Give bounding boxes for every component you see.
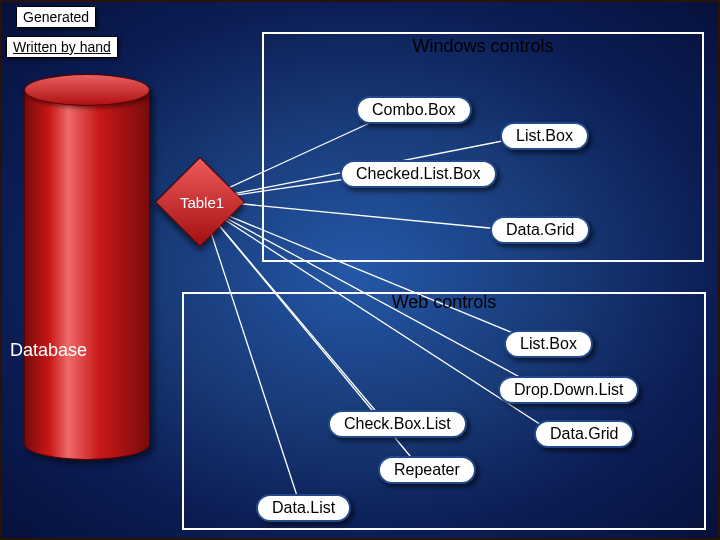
written-by-hand-label: Written by hand <box>6 36 118 58</box>
combobox-pill: Combo.Box <box>356 96 472 124</box>
table1-label: Table1 <box>176 194 228 211</box>
database-label: Database <box>10 340 87 361</box>
datagrid-win-pill: Data.Grid <box>490 216 590 244</box>
checkboxlist-pill: Check.Box.List <box>328 410 467 438</box>
listbox-pill: List.Box <box>500 122 589 150</box>
database-cylinder-top <box>24 74 150 106</box>
datalist-pill: Data.List <box>256 494 351 522</box>
windows-controls-panel: Windows controls <box>262 32 704 262</box>
repeater-pill: Repeater <box>378 456 476 484</box>
dropdownlist-pill: Drop.Down.List <box>498 376 639 404</box>
checkedlistbox-pill: Checked.List.Box <box>340 160 497 188</box>
windows-controls-title: Windows controls <box>408 36 557 57</box>
database-cylinder <box>24 90 150 460</box>
listbox-web-pill: List.Box <box>504 330 593 358</box>
datagrid-web-pill: Data.Grid <box>534 420 634 448</box>
generated-label: Generated <box>16 6 96 28</box>
web-controls-title: Web controls <box>388 292 501 313</box>
